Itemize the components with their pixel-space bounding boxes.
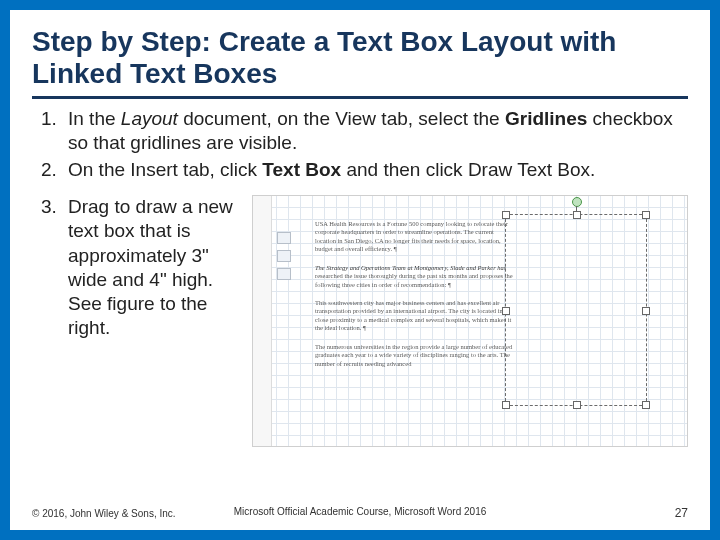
- step-1-text-a: In the: [68, 108, 121, 129]
- slide-title: Step by Step: Create a Text Box Layout w…: [32, 26, 688, 90]
- resize-handle-br: [642, 401, 650, 409]
- resize-handle-mr: [642, 307, 650, 315]
- step-2-textbox-bold: Text Box: [262, 159, 341, 180]
- slide-footer: © 2016, John Wiley & Sons, Inc. Microsof…: [32, 506, 688, 520]
- step-1: In the Layout document, on the View tab,…: [62, 107, 688, 153]
- doc-para-3: This southwestern city has major busines…: [315, 299, 515, 333]
- step-2-text-a: On the Insert tab, click: [68, 159, 262, 180]
- vertical-ruler: [253, 196, 272, 446]
- view-button-1: [277, 232, 291, 244]
- view-controls: [277, 232, 291, 286]
- step-2: On the Insert tab, click Text Box and th…: [62, 158, 688, 181]
- slide-frame: Step by Step: Create a Text Box Layout w…: [0, 0, 720, 540]
- step-3-text: Drag to draw a new text box that is appr…: [68, 195, 238, 341]
- step-1-layout-italic: Layout: [121, 108, 178, 129]
- rotate-handle-icon: [572, 197, 582, 207]
- view-button-2: [277, 250, 291, 262]
- view-button-3: [277, 268, 291, 280]
- title-underline: [32, 96, 688, 99]
- resize-handle-ml: [502, 307, 510, 315]
- doc-para-4: The numerous universities in the region …: [315, 343, 515, 368]
- steps-list: In the Layout document, on the View tab,…: [32, 107, 688, 447]
- footer-course: Microsoft Official Academic Course, Micr…: [32, 506, 688, 517]
- doc-para-2-head: The Strategy and Operations Team at Mont…: [315, 264, 506, 271]
- document-body-text: USA Health Resources is a Fortune 500 co…: [315, 220, 515, 378]
- doc-para-2-rest: researched the issue thoroughly during t…: [315, 272, 513, 287]
- resize-handle-bl: [502, 401, 510, 409]
- resize-handle-tm: [573, 211, 581, 219]
- doc-para-1: USA Health Resources is a Fortune 500 co…: [315, 220, 515, 254]
- word-screenshot-figure: USA Health Resources is a Fortune 500 co…: [252, 195, 688, 447]
- step-3: Drag to draw a new text box that is appr…: [62, 195, 688, 447]
- step-1-text-b: document, on the View tab, select the: [178, 108, 505, 129]
- resize-handle-tr: [642, 211, 650, 219]
- resize-handle-bm: [573, 401, 581, 409]
- resize-handle-tl: [502, 211, 510, 219]
- drawn-text-box: [505, 214, 647, 406]
- doc-para-2: The Strategy and Operations Team at Mont…: [315, 264, 515, 289]
- step-2-text-b: and then click Draw Text Box.: [341, 159, 595, 180]
- step-1-gridlines-bold: Gridlines: [505, 108, 587, 129]
